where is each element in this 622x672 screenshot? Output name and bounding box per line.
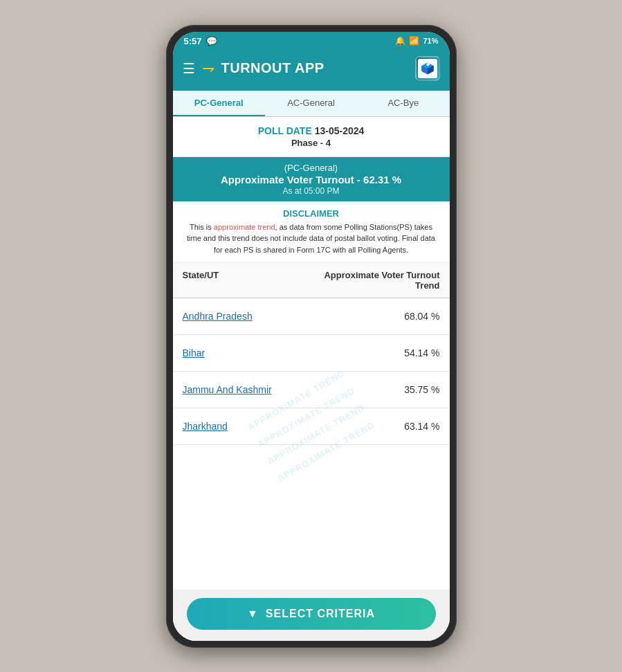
table-row: Bihar 54.14 % bbox=[173, 335, 450, 372]
state-jharkhand[interactable]: Jharkhand bbox=[183, 421, 323, 432]
app-title: TURNOUT APP bbox=[221, 60, 324, 76]
phone-screen: 5:57 💬 🔔 📶 71% ☰ ⇁ TURNOUT APP 🗳️ bbox=[173, 32, 450, 641]
status-time: 5:57 bbox=[184, 36, 202, 46]
battery-icon: 71% bbox=[423, 37, 438, 45]
value-jammu-kashmir: 35.75 % bbox=[322, 384, 439, 395]
select-criteria-button[interactable]: ▼ SELECT CRITERIA bbox=[187, 598, 436, 630]
disclaimer-title: DISCLAIMER bbox=[183, 208, 440, 219]
turnout-value: Approximate Voter Turnout - 62.31 % bbox=[181, 174, 441, 185]
hamburger-menu[interactable]: ☰ bbox=[183, 60, 195, 77]
turnout-category: (PC-General) bbox=[181, 163, 441, 173]
value-andhra-pradesh: 68.04 % bbox=[322, 311, 439, 322]
disclaimer-section: DISCLAIMER This is approximate trend, as… bbox=[173, 201, 450, 264]
funnel-icon: ▼ bbox=[247, 608, 259, 620]
table-header: State/UT Approximate Voter Turnout Trend bbox=[173, 263, 450, 298]
turnout-timestamp: As at 05:00 PM bbox=[181, 186, 441, 196]
main-content: POLL DATE 13-05-2024 Phase - 4 (PC-Gener… bbox=[173, 117, 450, 641]
state-jammu-kashmir[interactable]: Jammu And Kashmir bbox=[183, 384, 323, 395]
poll-date-label: POLL DATE bbox=[258, 125, 312, 136]
tab-pc-general[interactable]: PC-General bbox=[173, 91, 265, 116]
whatsapp-icon: 💬 bbox=[206, 36, 217, 46]
status-bar: 5:57 💬 🔔 📶 71% bbox=[173, 32, 450, 49]
poll-date-line: POLL DATE 13-05-2024 bbox=[184, 125, 439, 136]
table-row: Jharkhand 63.14 % bbox=[173, 408, 450, 445]
status-right-area: 🔔 📶 71% bbox=[395, 36, 438, 46]
col-header-state: State/UT bbox=[183, 270, 323, 291]
value-jharkhand: 63.14 % bbox=[322, 421, 439, 432]
app-bar-left: ☰ ⇁ TURNOUT APP bbox=[183, 60, 324, 78]
tab-ac-bye[interactable]: AC-Bye bbox=[357, 91, 449, 116]
poll-date-value: 13-05-2024 bbox=[315, 125, 365, 136]
phase-line: Phase - 4 bbox=[184, 138, 439, 148]
table-row: Jammu And Kashmir 35.75 % bbox=[173, 372, 450, 408]
select-criteria-label: SELECT CRITERIA bbox=[266, 608, 375, 620]
wifi-icon: 📶 bbox=[409, 36, 419, 46]
election-commission-badge: 🗳️ bbox=[415, 56, 440, 81]
col-header-turnout: Approximate Voter Turnout Trend bbox=[322, 270, 439, 291]
app-bar: ☰ ⇁ TURNOUT APP 🗳️ bbox=[173, 49, 450, 91]
value-bihar: 54.14 % bbox=[322, 347, 439, 358]
bottom-bar: ▼ SELECT CRITERIA bbox=[173, 590, 450, 641]
data-table: APPROXIMATE TRENDAPPROXIMATE TRENDAPPROX… bbox=[173, 263, 450, 590]
brand-icon: ⇁ bbox=[202, 60, 214, 78]
turnout-banner: (PC-General) Approximate Voter Turnout -… bbox=[173, 157, 450, 201]
tab-ac-general[interactable]: AC-General bbox=[265, 91, 357, 116]
poll-info-section: POLL DATE 13-05-2024 Phase - 4 bbox=[173, 117, 450, 157]
status-time-area: 5:57 💬 bbox=[184, 36, 217, 46]
bell-icon: 🔔 bbox=[395, 36, 405, 46]
badge-inner: 🗳️ bbox=[418, 59, 437, 78]
disclaimer-text: This is approximate trend, as data from … bbox=[183, 221, 440, 256]
tab-bar: PC-General AC-General AC-Bye bbox=[173, 91, 450, 117]
state-andhra-pradesh[interactable]: Andhra Pradesh bbox=[183, 311, 323, 322]
table-row: Andhra Pradesh 68.04 % bbox=[173, 298, 450, 335]
state-bihar[interactable]: Bihar bbox=[183, 347, 323, 358]
phone-frame: 5:57 💬 🔔 📶 71% ☰ ⇁ TURNOUT APP 🗳️ bbox=[166, 25, 457, 648]
